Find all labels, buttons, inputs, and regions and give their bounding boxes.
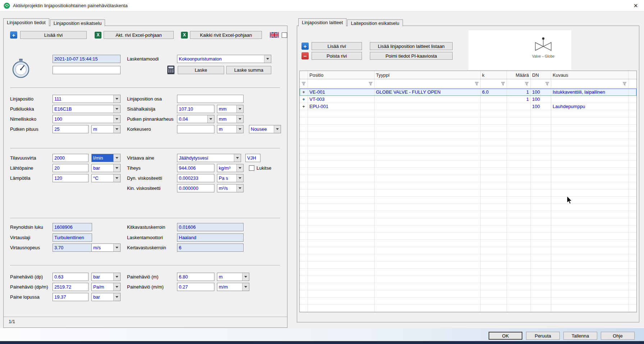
fluid-code-field[interactable] xyxy=(245,154,260,162)
cell-filler[interactable] xyxy=(629,103,636,110)
cell-k[interactable]: 6.0 xyxy=(481,89,507,95)
timestamp-field[interactable] xyxy=(53,55,121,63)
remove-device-row-icon[interactable]: − xyxy=(301,52,309,59)
cell-tyyppi[interactable] xyxy=(375,103,481,110)
cell-positio[interactable]: VE-001 xyxy=(308,89,375,95)
dyn-viskositeetti-input[interactable] xyxy=(177,174,214,182)
device-table-empty-row[interactable] xyxy=(300,161,636,168)
tiheys-unit-combo[interactable]: kg/m³ xyxy=(217,164,244,172)
paine-lopussa-unit-combo[interactable]: bar xyxy=(91,293,121,301)
cell-positio[interactable]: VT-003 xyxy=(308,96,375,103)
paine-lopussa-input[interactable] xyxy=(53,293,89,301)
pinnankarheus-combo[interactable]: 0.04 xyxy=(177,115,214,123)
device-table-empty-row[interactable] xyxy=(300,218,636,225)
device-table-empty-row[interactable] xyxy=(300,204,636,211)
sisahalkaisija-unit-combo[interactable]: mm xyxy=(217,105,244,113)
cell-filler[interactable] xyxy=(629,96,636,103)
lampotila-unit-combo[interactable]: °C xyxy=(91,174,121,182)
korkeusero-input[interactable] xyxy=(177,125,214,133)
device-table-row[interactable]: +VT-0031100 xyxy=(300,96,636,103)
linjaposition-osa-input[interactable] xyxy=(177,95,244,103)
device-table-empty-row[interactable] xyxy=(300,240,636,247)
laske-button[interactable]: Laske xyxy=(178,66,224,74)
device-table-empty-row[interactable] xyxy=(300,262,636,269)
excel-icon[interactable]: X xyxy=(95,32,101,39)
cell-positio[interactable]: EPU-001 xyxy=(308,103,375,110)
filter-cell[interactable] xyxy=(531,79,551,88)
painehavio-mm-input[interactable] xyxy=(177,283,214,291)
putken-pituus-input[interactable] xyxy=(53,125,89,133)
device-table-empty-row[interactable] xyxy=(300,211,636,218)
col-positio-header[interactable]: Positio xyxy=(308,71,375,79)
all-rows-excel-button[interactable]: Kaikki rivit Excel-pohjaan xyxy=(190,31,262,39)
cell-k[interactable] xyxy=(481,103,507,110)
virtausnopeus-unit-combo[interactable]: m/s xyxy=(91,244,121,252)
filter-cell[interactable] xyxy=(308,79,375,88)
device-table-empty-row[interactable] xyxy=(300,182,636,189)
device-table-empty-row[interactable] xyxy=(300,117,636,125)
chevron-down-icon[interactable] xyxy=(264,55,271,63)
cell-maara[interactable]: 1 xyxy=(507,96,531,103)
device-table-empty-row[interactable] xyxy=(300,132,636,139)
device-table-empty-row[interactable] xyxy=(300,254,636,262)
device-table-empty-row[interactable] xyxy=(300,247,636,254)
device-table-empty-row[interactable] xyxy=(300,298,636,305)
device-table-empty-row[interactable] xyxy=(300,110,636,117)
laskentamoodi-combo[interactable]: Kokoonpuristumaton xyxy=(177,55,271,63)
col-kuvaus-header[interactable]: Kuvaus xyxy=(551,71,629,79)
linjapositio-combo[interactable]: 111 xyxy=(53,95,121,103)
filter-cell[interactable] xyxy=(300,79,308,88)
excel-icon[interactable]: X xyxy=(181,32,188,39)
timestamp-secondary-field[interactable] xyxy=(53,66,121,74)
nimelliskoko-combo[interactable]: 100 xyxy=(53,115,121,123)
device-table-empty-row[interactable] xyxy=(300,283,636,290)
device-table-empty-row[interactable] xyxy=(300,276,636,283)
painehavio-dp-input[interactable] xyxy=(53,273,89,281)
cell-dn[interactable]: 100 xyxy=(531,103,551,110)
help-button[interactable]: Ohje xyxy=(601,332,635,340)
painehavio-m-input[interactable] xyxy=(177,273,214,281)
cell-expand[interactable]: + xyxy=(300,96,308,103)
col-tyyppi-header[interactable]: Tyyppi xyxy=(375,71,481,79)
nousee-combo[interactable]: Nousee xyxy=(249,125,281,133)
device-table-empty-row[interactable] xyxy=(300,153,636,161)
device-table-row[interactable]: +EPU-001100Lauhdepumppu xyxy=(300,103,636,110)
active-row-excel-button[interactable]: Akt. rivi Excel-pohjaan xyxy=(104,31,174,39)
ok-button[interactable]: OK xyxy=(489,332,522,340)
tilavuusvirta-unit-combo[interactable]: l/min xyxy=(91,154,121,162)
filter-cell[interactable] xyxy=(481,79,507,88)
add-device-row-button[interactable]: Lisää rivi xyxy=(312,42,362,50)
filter-cell[interactable] xyxy=(375,79,481,88)
kin-viskositeetti-unit-combo[interactable]: m²/s xyxy=(217,184,244,192)
tab-laiteposition-esikatselu[interactable]: Laiteposition esikatselu xyxy=(347,19,403,26)
lampotila-input[interactable] xyxy=(53,174,89,182)
kin-viskositeetti-input[interactable] xyxy=(177,184,214,192)
tab-linjaposition-tiedot[interactable]: Linjaposition tiedot xyxy=(3,18,49,26)
device-table-empty-row[interactable] xyxy=(300,175,636,182)
painehavio-dp-unit-combo[interactable]: bar xyxy=(91,273,121,281)
putkiluokka-combo[interactable]: E16C1B xyxy=(53,105,121,113)
cell-kuvaus[interactable]: Lauhdepumppu xyxy=(551,103,629,110)
putken-pituus-unit-combo[interactable]: m xyxy=(91,125,121,133)
pinnankarheus-unit-combo[interactable]: mm xyxy=(217,115,244,123)
remove-device-row-button[interactable]: Poista rivi xyxy=(312,52,362,60)
cell-maara[interactable]: 1 xyxy=(507,89,531,95)
dyn-viskositeetti-unit-combo[interactable]: Pa s xyxy=(217,174,244,182)
korkeusero-unit-combo[interactable]: m xyxy=(217,125,244,133)
cell-kuvaus[interactable] xyxy=(551,96,629,103)
cell-dn[interactable]: 100 xyxy=(531,89,551,95)
col-dn-header[interactable]: DN xyxy=(531,71,551,79)
add-devices-to-list-button[interactable]: Lisää linjaposition laitteet listaan xyxy=(370,42,453,50)
col-maara-header[interactable]: Määrä xyxy=(507,71,531,79)
lahtopaine-unit-combo[interactable]: bar xyxy=(91,164,121,172)
tiheys-input[interactable] xyxy=(177,164,214,172)
virtaava-aine-combo[interactable]: Jäähdytysvesi xyxy=(177,154,241,162)
cell-tyyppi[interactable]: GLOBE VALVE - FULLY OPEN xyxy=(375,89,481,95)
cell-k[interactable] xyxy=(481,96,507,103)
painehavio-mm-unit-combo[interactable]: m/m xyxy=(217,283,249,291)
cell-filler[interactable] xyxy=(629,89,636,95)
save-button[interactable]: Tallenna xyxy=(563,332,597,340)
uk-flag-icon[interactable] xyxy=(270,32,279,38)
close-button[interactable]: ✕ xyxy=(627,0,644,12)
device-table-empty-row[interactable] xyxy=(300,146,636,153)
